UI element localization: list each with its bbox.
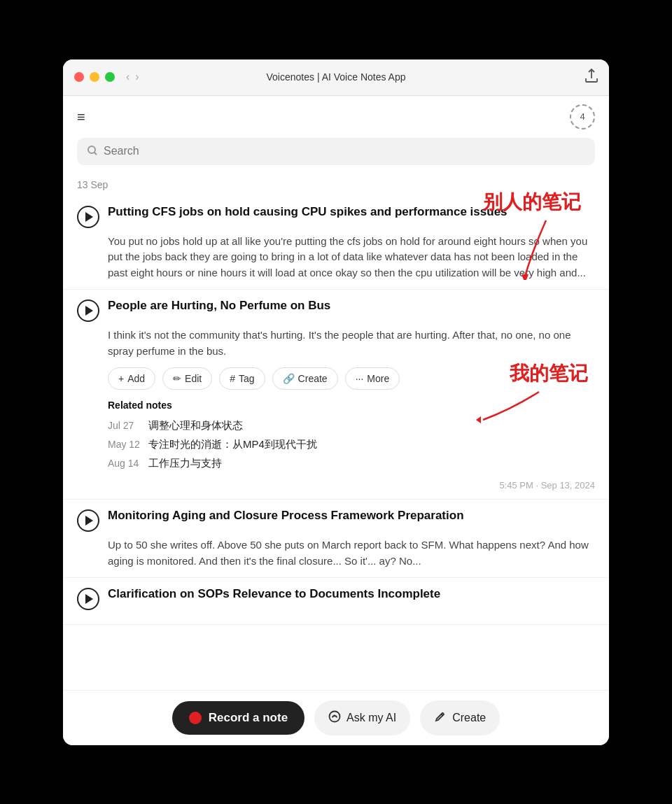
tag-icon: # bbox=[230, 373, 235, 384]
note-item-2: 我的笔记 People are Hurting, No Perfume on B… bbox=[63, 290, 609, 500]
related-title-2: 专注时光的消逝：从MP4到现代干扰 bbox=[148, 438, 317, 451]
maximize-button[interactable] bbox=[105, 72, 115, 82]
play-triangle-icon-3 bbox=[85, 516, 93, 526]
more-button[interactable]: ··· More bbox=[345, 367, 400, 390]
add-button[interactable]: + Add bbox=[108, 367, 155, 390]
related-title-1: 调整心理和身体状态 bbox=[148, 419, 243, 432]
record-button[interactable]: Record a note bbox=[172, 701, 304, 735]
svg-point-4 bbox=[330, 711, 340, 721]
edit-icon: ✏ bbox=[173, 373, 181, 384]
titlebar: ‹ › Voicenotes | AI Voice Notes App bbox=[63, 59, 609, 96]
back-arrow[interactable]: ‹ bbox=[126, 71, 130, 83]
related-notes-section: Related notes Jul 27 调整心理和身体状态 May 12 专注… bbox=[108, 400, 595, 473]
note-title-2: People are Hurting, No Perfume on Bus bbox=[108, 298, 330, 313]
avatar-badge[interactable]: 4 bbox=[570, 104, 595, 129]
related-date-2: May 12 bbox=[108, 439, 141, 450]
note-item-4: Clarification on SOPs Relevance to Docum… bbox=[63, 578, 609, 625]
toolbar: ≡ 4 bbox=[63, 96, 609, 138]
window-title: Voicenotes | AI Voice Notes App bbox=[267, 71, 406, 83]
add-icon: + bbox=[118, 373, 124, 384]
forward-arrow[interactable]: › bbox=[135, 71, 139, 83]
traffic-lights bbox=[74, 72, 115, 82]
note-timestamp-2: 5:45 PM · Sep 13, 2024 bbox=[108, 480, 595, 491]
note-actions: + Add ✏ Edit # Tag 🔗 Create ··· More bbox=[108, 367, 595, 390]
note-body-2: I think it's not the community that's hu… bbox=[108, 327, 595, 359]
create-button[interactable]: 🔗 Create bbox=[272, 367, 338, 390]
search-input[interactable] bbox=[104, 145, 585, 157]
note-body-1: You put no jobs hold up at all like you'… bbox=[108, 234, 595, 281]
related-note-row-2[interactable]: May 12 专注时光的消逝：从MP4到现代干扰 bbox=[108, 435, 595, 454]
record-icon bbox=[189, 712, 202, 724]
share-icon[interactable] bbox=[585, 69, 598, 86]
note-header-2: People are Hurting, No Perfume on Bus bbox=[77, 298, 595, 322]
related-notes-title: Related notes bbox=[108, 400, 595, 411]
app-window: ‹ › Voicenotes | AI Voice Notes App ≡ 4 bbox=[63, 59, 609, 745]
ask-ai-label: Ask my AI bbox=[346, 712, 396, 724]
note-body-3: Up to 50 she writes off. Above 50 she pu… bbox=[108, 537, 595, 569]
main-content: ≡ 4 13 Sep 别人的笔记 bbox=[63, 96, 609, 690]
close-button[interactable] bbox=[74, 72, 84, 82]
note-header-3: Monitoring Aging and Closure Process Fra… bbox=[77, 508, 595, 532]
record-label: Record a note bbox=[209, 711, 288, 725]
related-note-row-3[interactable]: Aug 14 工作压力与支持 bbox=[108, 454, 595, 473]
play-button-4[interactable] bbox=[77, 588, 99, 610]
search-icon bbox=[87, 145, 98, 158]
create-note-button[interactable]: Create bbox=[420, 700, 500, 735]
related-date-1: Jul 27 bbox=[108, 420, 141, 431]
related-note-row-1[interactable]: Jul 27 调整心理和身体状态 bbox=[108, 416, 595, 435]
create-note-label: Create bbox=[452, 712, 486, 724]
note-header-1: Putting CFS jobs on hold causing CPU spi… bbox=[77, 204, 595, 228]
note-header-4: Clarification on SOPs Relevance to Docum… bbox=[77, 586, 595, 610]
play-triangle-icon-2 bbox=[85, 306, 93, 316]
more-icon: ··· bbox=[356, 373, 364, 384]
create-note-icon bbox=[434, 710, 447, 726]
play-button-3[interactable] bbox=[77, 509, 99, 532]
note-item-3: Monitoring Aging and Closure Process Fra… bbox=[63, 500, 609, 578]
date-label: 13 Sep bbox=[63, 176, 609, 196]
note-item-1: 别人的笔记 Putting CFS jobs on hold causing C… bbox=[63, 196, 609, 290]
minimize-button[interactable] bbox=[90, 72, 99, 82]
note-title-1: Putting CFS jobs on hold causing CPU spi… bbox=[108, 204, 507, 220]
related-title-3: 工作压力与支持 bbox=[148, 457, 222, 470]
nav-arrows: ‹ › bbox=[126, 71, 139, 83]
svg-line-1 bbox=[94, 152, 97, 155]
play-button-2[interactable] bbox=[77, 299, 99, 322]
ask-ai-button[interactable]: Ask my AI bbox=[314, 700, 410, 735]
note-title-3: Monitoring Aging and Closure Process Fra… bbox=[108, 508, 464, 523]
play-button-1[interactable] bbox=[77, 206, 99, 228]
bottom-bar: Record a note Ask my AI Create bbox=[63, 690, 609, 745]
ask-ai-icon bbox=[328, 710, 341, 726]
play-triangle-icon bbox=[85, 212, 93, 222]
menu-icon[interactable]: ≡ bbox=[77, 110, 85, 124]
play-triangle-icon-4 bbox=[85, 594, 93, 604]
search-bar[interactable] bbox=[77, 138, 595, 165]
tag-button[interactable]: # Tag bbox=[219, 367, 265, 390]
note-title-4: Clarification on SOPs Relevance to Docum… bbox=[108, 586, 440, 602]
edit-button[interactable]: ✏ Edit bbox=[162, 367, 212, 390]
create-icon: 🔗 bbox=[283, 373, 295, 384]
related-date-3: Aug 14 bbox=[108, 458, 141, 469]
